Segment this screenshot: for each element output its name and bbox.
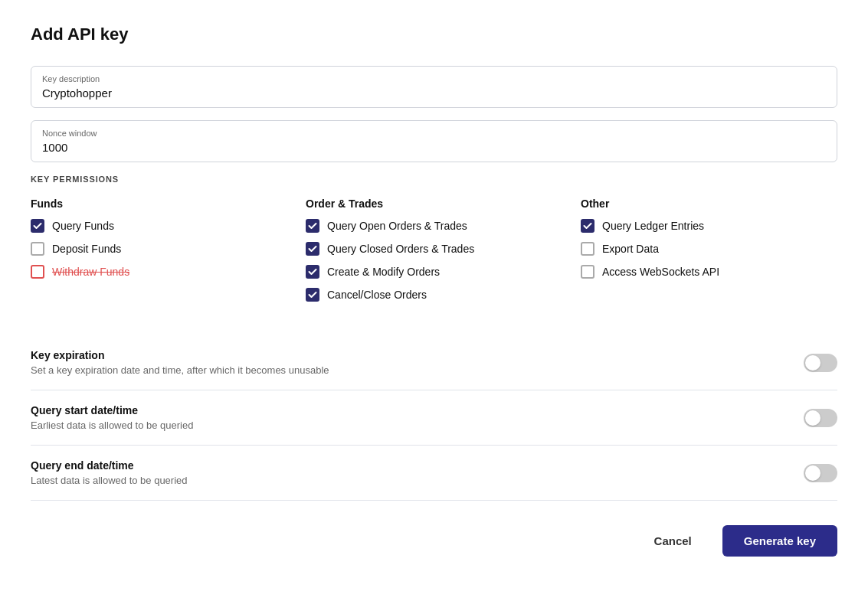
query-end-date-desc: Latest data is allowed to be queried [31, 475, 188, 486]
generate-key-button[interactable]: Generate key [722, 525, 837, 557]
funds-column: Funds Query Funds Deposit Funds Withdraw… [31, 198, 287, 311]
query-start-date-toggle[interactable] [804, 409, 837, 427]
permissions-section-header: KEY PERMISSIONS [31, 175, 837, 184]
query-ledger-checkbox[interactable] [581, 219, 594, 233]
cancel-close-orders-item: Cancel/Close Orders [306, 288, 562, 302]
query-end-date-text: Query end date/time Latest data is allow… [31, 459, 188, 486]
deposit-funds-item: Deposit Funds [31, 242, 287, 256]
query-ledger-label: Query Ledger Entries [602, 220, 704, 232]
key-description-label: Key description [42, 74, 826, 83]
export-data-label: Export Data [602, 243, 659, 255]
access-websockets-checkbox[interactable] [581, 265, 594, 279]
query-end-date-toggle[interactable] [804, 464, 837, 482]
query-ledger-item: Query Ledger Entries [581, 219, 837, 233]
key-description-input[interactable] [42, 87, 826, 100]
permissions-grid: Funds Query Funds Deposit Funds Withdraw… [31, 198, 837, 311]
query-open-orders-label: Query Open Orders & Trades [327, 220, 467, 232]
export-data-checkbox[interactable] [581, 242, 594, 256]
query-start-date-title: Query start date/time [31, 404, 193, 416]
query-end-date-title: Query end date/time [31, 459, 188, 472]
key-expiration-desc: Set a key expiration date and time, afte… [31, 364, 329, 376]
cancel-close-orders-checkbox[interactable] [306, 288, 319, 302]
cancel-button[interactable]: Cancel [633, 525, 713, 557]
export-data-item: Export Data [581, 242, 837, 256]
query-open-orders-checkbox[interactable] [306, 219, 319, 233]
order-trades-column: Order & Trades Query Open Orders & Trade… [306, 198, 562, 311]
action-row: Cancel Generate key [31, 525, 837, 557]
query-open-orders-item: Query Open Orders & Trades [306, 219, 562, 233]
other-column: Other Query Ledger Entries Export Data A… [581, 198, 837, 311]
access-websockets-item: Access WebSockets API [581, 265, 837, 279]
key-expiration-title: Key expiration [31, 349, 329, 361]
nonce-window-label: Nonce window [42, 129, 826, 138]
nonce-window-input[interactable] [42, 141, 826, 154]
key-expiration-row: Key expiration Set a key expiration date… [31, 335, 837, 390]
key-expiration-text: Key expiration Set a key expiration date… [31, 349, 329, 376]
deposit-funds-checkbox[interactable] [31, 242, 44, 256]
query-closed-orders-checkbox[interactable] [306, 242, 319, 256]
withdraw-funds-checkbox[interactable] [31, 265, 44, 279]
withdraw-funds-item: Withdraw Funds [31, 265, 287, 279]
create-modify-orders-checkbox[interactable] [306, 265, 319, 279]
query-closed-orders-item: Query Closed Orders & Trades [306, 242, 562, 256]
query-start-date-desc: Earliest data is allowed to be queried [31, 420, 193, 431]
query-start-date-text: Query start date/time Earliest data is a… [31, 404, 193, 431]
other-heading: Other [581, 198, 837, 210]
cancel-close-orders-label: Cancel/Close Orders [327, 289, 427, 301]
query-closed-orders-label: Query Closed Orders & Trades [327, 243, 474, 255]
create-modify-orders-item: Create & Modify Orders [306, 265, 562, 279]
query-end-date-row: Query end date/time Latest data is allow… [31, 446, 837, 501]
funds-heading: Funds [31, 198, 287, 210]
key-expiration-toggle[interactable] [804, 354, 837, 372]
access-websockets-label: Access WebSockets API [602, 266, 719, 278]
query-funds-label: Query Funds [52, 220, 114, 232]
page-title: Add API key [31, 24, 837, 44]
query-funds-item: Query Funds [31, 219, 287, 233]
key-description-field: Key description [31, 66, 837, 108]
deposit-funds-label: Deposit Funds [52, 243, 121, 255]
query-funds-checkbox[interactable] [31, 219, 44, 233]
nonce-window-field: Nonce window [31, 120, 837, 162]
order-trades-heading: Order & Trades [306, 198, 562, 210]
withdraw-funds-label: Withdraw Funds [52, 266, 129, 278]
create-modify-orders-label: Create & Modify Orders [327, 266, 440, 278]
query-start-date-row: Query start date/time Earliest data is a… [31, 390, 837, 446]
